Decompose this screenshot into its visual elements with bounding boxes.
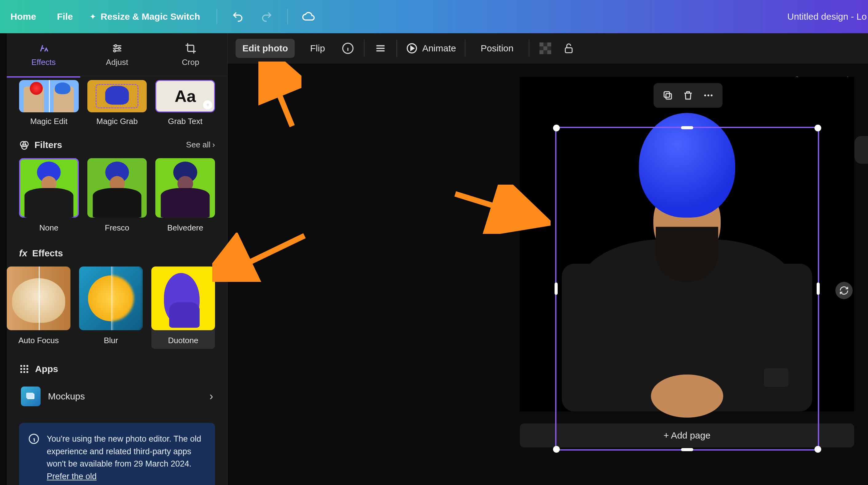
apps-grid-icon <box>19 364 30 374</box>
flip-button[interactable]: Flip <box>303 39 332 58</box>
apps-header: Apps <box>19 364 215 374</box>
menu-resize-magic[interactable]: ✦ Resize & Magic Switch <box>90 8 204 25</box>
chevron-right-icon: › <box>212 140 215 150</box>
magic-grab-label: Magic Grab <box>96 117 137 126</box>
menu-file[interactable]: File <box>53 8 77 25</box>
svg-rect-30 <box>666 94 672 99</box>
undo-button[interactable] <box>229 8 246 25</box>
svg-rect-16 <box>26 393 33 398</box>
transparency-button[interactable] <box>538 41 553 56</box>
notice-text: You're using the new photo editor. The o… <box>47 434 201 468</box>
svg-rect-25 <box>548 50 552 54</box>
dots-icon <box>703 90 714 101</box>
resize-handle-sw[interactable] <box>553 446 560 453</box>
svg-rect-22 <box>548 42 552 47</box>
effect-auto-focus[interactable]: Auto Focus <box>7 267 70 349</box>
svg-rect-13 <box>23 371 25 373</box>
effects-row: Auto Focus Blur Duotone <box>7 267 215 349</box>
animate-icon <box>406 42 418 55</box>
undo-icon <box>231 10 244 23</box>
svg-rect-14 <box>27 371 28 373</box>
magic-edit-card[interactable]: Magic Edit <box>19 80 79 126</box>
redo-button[interactable] <box>258 8 275 25</box>
duplicate-button[interactable] <box>661 89 675 102</box>
lock-icon <box>563 42 575 54</box>
resize-handle-n[interactable] <box>681 126 693 129</box>
resize-handle-e[interactable] <box>817 282 820 295</box>
divider <box>287 9 288 24</box>
grab-text-card[interactable]: Aa ✦ Grab Text <box>155 80 215 126</box>
svg-rect-7 <box>23 365 25 367</box>
chevron-right-icon: › <box>210 390 213 403</box>
filter-belvedere[interactable]: Belvedere <box>155 158 215 233</box>
notice-link[interactable]: Prefer the old <box>47 472 97 481</box>
tab-effects-label: Effects <box>31 58 56 67</box>
resize-handle-ne[interactable] <box>814 125 821 131</box>
app-mockups-label: Mockups <box>48 391 202 402</box>
animate-label: Animate <box>422 43 456 54</box>
filters-see-all[interactable]: See all › <box>186 140 215 150</box>
delete-button[interactable] <box>681 89 695 102</box>
magic-grab-card[interactable]: Magic Grab <box>87 80 147 126</box>
tab-adjust-label: Adjust <box>106 58 128 67</box>
info-icon <box>28 433 39 444</box>
copy-icon <box>662 90 673 101</box>
list-button[interactable] <box>373 41 388 56</box>
filter-belvedere-label: Belvedere <box>167 223 203 233</box>
svg-point-1 <box>118 48 120 50</box>
fx-icon <box>37 42 50 55</box>
info-icon <box>342 42 354 55</box>
regenerate-button[interactable] <box>835 282 852 299</box>
svg-rect-24 <box>539 50 544 54</box>
svg-point-34 <box>711 94 713 96</box>
editor-notice: You're using the new photo editor. The o… <box>19 423 215 485</box>
filter-fresco[interactable]: Fresco <box>87 158 147 233</box>
design-title[interactable]: Untitled design - Lo <box>787 0 868 33</box>
filters-icon <box>19 140 30 150</box>
magic-edit-label: Magic Edit <box>30 117 67 126</box>
side-handle[interactable] <box>855 136 868 164</box>
filter-none[interactable]: None <box>19 158 79 233</box>
edit-photo-button[interactable]: Edit photo <box>236 39 294 58</box>
panel-scroll[interactable]: Magic Edit Magic Grab Aa ✦ Grab Text <box>7 78 227 485</box>
svg-point-0 <box>115 44 117 47</box>
see-all-label: See all <box>186 140 211 150</box>
tab-crop-label: Crop <box>182 58 199 67</box>
effects-header: fx Effects <box>19 248 215 259</box>
filters-heading-label: Filters <box>34 140 62 150</box>
effect-blur[interactable]: Blur <box>79 267 143 349</box>
svg-point-33 <box>708 94 709 96</box>
effect-duotone[interactable]: Duotone <box>151 267 215 349</box>
resize-handle-se[interactable] <box>814 446 821 453</box>
more-button[interactable] <box>702 89 715 102</box>
svg-rect-21 <box>539 42 544 47</box>
position-button[interactable]: Position <box>474 39 521 58</box>
panel-tabs: Effects Adjust Crop <box>7 33 227 76</box>
svg-rect-11 <box>27 368 28 370</box>
resize-handle-s[interactable] <box>681 448 693 451</box>
effect-duotone-label: Duotone <box>168 336 198 345</box>
context-toolbar: Edit photo Flip Animate Position <box>227 33 868 63</box>
magic-tools-row: Magic Edit Magic Grab Aa ✦ Grab Text <box>19 80 215 126</box>
resize-handle-w[interactable] <box>555 282 558 295</box>
grab-text-label: Grab Text <box>168 117 203 126</box>
selection-box[interactable] <box>555 127 819 451</box>
svg-rect-26 <box>565 48 572 53</box>
tab-adjust[interactable]: Adjust <box>80 33 154 76</box>
menu-home[interactable]: Home <box>6 8 40 25</box>
info-button[interactable] <box>341 41 355 56</box>
cloud-sync-button[interactable] <box>300 8 317 25</box>
animate-button[interactable]: Animate <box>406 42 456 55</box>
fx-glyph-icon: fx <box>19 248 27 259</box>
left-rail <box>0 33 7 485</box>
svg-rect-23 <box>544 46 548 50</box>
resize-handle-nw[interactable] <box>553 125 560 131</box>
svg-point-2 <box>114 50 116 52</box>
tab-crop[interactable]: Crop <box>154 33 227 76</box>
tab-effects[interactable]: Effects <box>7 33 80 76</box>
canvas-area[interactable]: + Add page <box>227 63 868 485</box>
filters-header: Filters See all › <box>19 140 215 150</box>
svg-rect-12 <box>20 371 22 373</box>
lock-button[interactable] <box>561 41 576 56</box>
app-mockups[interactable]: Mockups › <box>19 384 215 409</box>
